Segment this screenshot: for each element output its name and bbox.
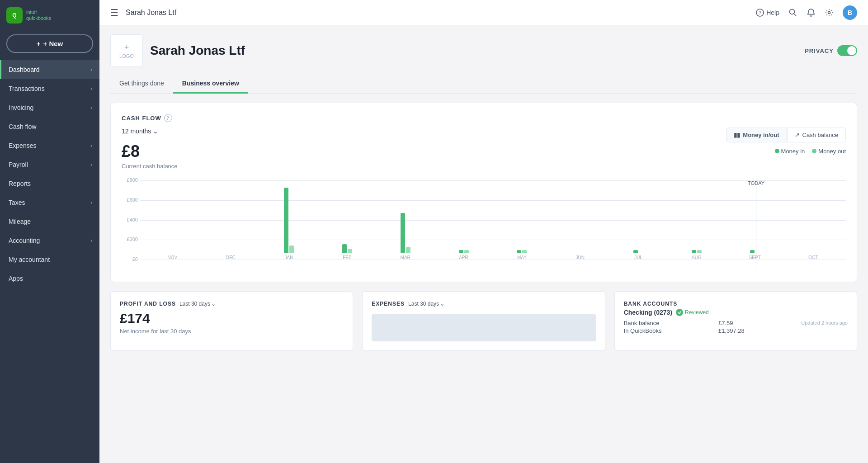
new-button[interactable]: + + New	[6, 34, 93, 53]
bar-group: OCT	[784, 180, 842, 260]
bar-money-in	[401, 213, 405, 253]
chart-legend: Money in Money out	[726, 148, 846, 155]
bottom-cards: PROFIT AND LOSS Last 30 days ⌄ £174 Net …	[110, 291, 857, 351]
cashflow-chart: £800 £600 £400 £200 £0 TODAY NOV	[122, 180, 846, 271]
chevron-icon: ›	[90, 104, 92, 111]
sidebar-item-reports[interactable]: Reports	[0, 174, 99, 193]
chevron-icon: ›	[90, 199, 92, 206]
bar-money-in	[692, 250, 696, 253]
cash-balance-button[interactable]: ↗ Cash balance	[787, 128, 846, 142]
bar-money-in	[342, 244, 347, 253]
topbar-actions: ? Help B	[755, 5, 857, 20]
topbar: ☰ Sarah Jonas Ltf ? Help	[99, 0, 868, 25]
main-area: ☰ Sarah Jonas Ltf ? Help	[99, 0, 868, 463]
cash-balance-label: Current cash balance	[122, 163, 178, 170]
topbar-company-name: Sarah Jonas Ltf	[126, 9, 755, 17]
sidebar-item-apps[interactable]: Apps	[0, 269, 99, 288]
bar-group: NOV	[143, 180, 202, 260]
sidebar-item-myaccountant[interactable]: My accountant	[0, 250, 99, 269]
bar-money-out	[522, 250, 527, 253]
chevron-icon: ›	[90, 66, 92, 73]
cashflow-title: CASH FLOW ?	[122, 114, 846, 122]
sidebar-item-accounting[interactable]: Accounting›	[0, 231, 99, 250]
sidebar-item-dashboard[interactable]: Dashboard›	[0, 60, 99, 79]
settings-icon[interactable]	[825, 8, 834, 17]
search-icon[interactable]	[788, 8, 797, 17]
cashflow-help-icon[interactable]: ?	[164, 114, 172, 122]
bar-money-out	[289, 246, 294, 253]
app-name: intuit quickbooks	[26, 9, 51, 21]
company-logo-upload[interactable]: + LOGO	[110, 34, 143, 67]
bar-month-label: SEPT	[749, 255, 761, 260]
bar-money-in	[284, 188, 288, 253]
profit-loss-card: PROFIT AND LOSS Last 30 days ⌄ £174 Net …	[110, 291, 353, 351]
bar-group: DEC	[202, 180, 260, 260]
sidebar-item-mileage[interactable]: Mileage	[0, 212, 99, 231]
sidebar-item-invoicing[interactable]: Invoicing›	[0, 98, 99, 117]
privacy-switch[interactable]	[837, 45, 857, 56]
account-name: Checking (0273) Reviewed	[624, 309, 848, 316]
sidebar-item-cashflow[interactable]: Cash flow	[0, 117, 99, 136]
bar-money-in	[517, 250, 521, 253]
expenses-card: EXPENSES Last 30 days ⌄	[362, 291, 605, 351]
bar-group: JAN	[260, 180, 318, 260]
chart-controls: ▮▮ Money in/out ↗ Cash balance	[726, 128, 846, 142]
bar-group: JUL	[609, 180, 668, 260]
bar-money-in	[750, 250, 755, 253]
cashflow-card: CASH FLOW ? 12 months ⌄ £8 Current cash …	[110, 103, 857, 282]
chevron-icon: ›	[90, 85, 92, 92]
logo-label: LOGO	[119, 53, 134, 59]
avatar[interactable]: B	[843, 5, 857, 20]
bar-group: APR	[434, 180, 493, 260]
money-inout-button[interactable]: ▮▮ Money in/out	[726, 128, 787, 142]
bar-money-in	[459, 250, 463, 253]
bar-group: JUN	[551, 180, 609, 260]
profit-loss-period[interactable]: Last 30 days ⌄	[179, 301, 216, 307]
bank-updated: Updated 2 hours ago	[801, 320, 848, 326]
expenses-period[interactable]: Last 30 days ⌄	[408, 301, 444, 307]
privacy-toggle: PRIVACY	[805, 45, 857, 56]
reviewed-dot-icon	[676, 309, 683, 316]
sidebar-item-transactions[interactable]: Transactions›	[0, 79, 99, 98]
line-chart-icon: ↗	[795, 132, 800, 138]
svg-text:?: ?	[759, 10, 761, 15]
sidebar-item-taxes[interactable]: Taxes›	[0, 193, 99, 212]
company-header: + LOGO Sarah Jonas Ltf PRIVACY	[110, 25, 857, 74]
svg-point-4	[790, 9, 795, 14]
tab-business-overview[interactable]: Business overview	[173, 74, 248, 94]
quickbooks-logo-icon: Q	[6, 7, 23, 24]
bank-balance-row: Bank balance	[624, 320, 662, 326]
chevron-icon: ›	[90, 237, 92, 244]
notifications-icon[interactable]	[807, 8, 816, 17]
bar-group: FEB	[318, 180, 376, 260]
bar-group: MAY	[493, 180, 551, 260]
chevron-down-icon: ⌄	[211, 301, 216, 307]
bar-month-label: AUG	[692, 255, 702, 260]
bar-money-out	[348, 249, 352, 253]
bar-money-out	[697, 250, 702, 253]
svg-text:Q: Q	[12, 12, 16, 19]
sidebar-item-expenses[interactable]: Expenses›	[0, 136, 99, 155]
bar-month-label: FEB	[343, 255, 351, 260]
svg-point-6	[828, 11, 830, 14]
bar-group: SEPT	[726, 180, 784, 260]
cash-balance-amount: £8	[122, 142, 178, 161]
bar-money-out	[464, 250, 469, 253]
help-button[interactable]: ? Help	[755, 8, 779, 17]
plus-icon: +	[37, 40, 41, 47]
bar-month-label: DEC	[226, 255, 236, 260]
in-quickbooks-row: In QuickBooks	[624, 327, 662, 334]
tab-get-things-done[interactable]: Get things done	[110, 74, 173, 94]
reviewed-badge: Reviewed	[676, 309, 709, 316]
chart-bars: NOV DEC JAN FEB MAR	[140, 180, 846, 260]
bar-chart-icon: ▮▮	[734, 132, 740, 138]
bar-month-label: JUL	[634, 255, 642, 260]
menu-icon[interactable]: ☰	[110, 7, 118, 18]
sidebar-item-payroll[interactable]: Payroll›	[0, 155, 99, 174]
bar-group: MAR	[376, 180, 434, 260]
bar-money-in	[633, 250, 638, 253]
bar-month-label: JUN	[576, 255, 584, 260]
bar-month-label: MAY	[517, 255, 527, 260]
expenses-title: EXPENSES Last 30 days ⌄	[372, 301, 595, 307]
period-selector[interactable]: 12 months ⌄	[122, 128, 178, 135]
